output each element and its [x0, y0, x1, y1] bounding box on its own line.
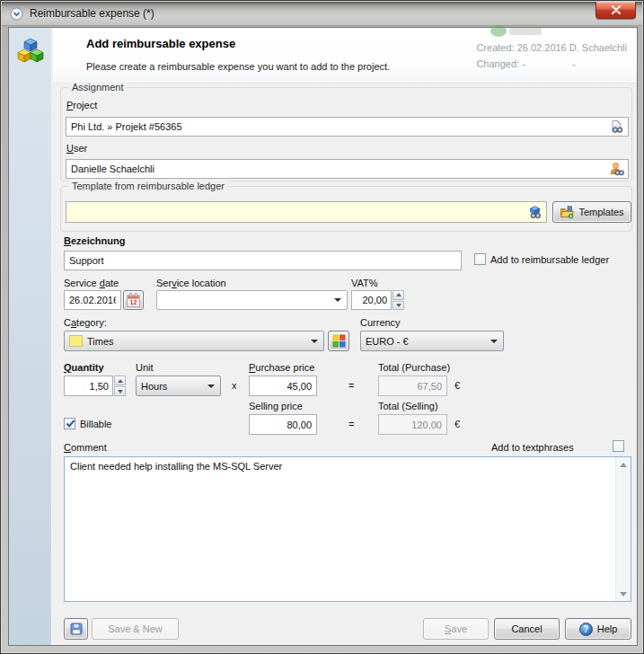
arrow-down-icon — [118, 390, 123, 393]
equals-sign: = — [348, 380, 354, 391]
vat-increment-button[interactable] — [393, 290, 404, 300]
comment-label: Comment — [64, 442, 107, 453]
cubes-icon — [16, 37, 45, 69]
dialog-system-icon[interactable] — [10, 7, 23, 21]
close-button[interactable] — [595, 2, 636, 19]
template-search-icon[interactable] — [527, 205, 543, 219]
checkmark-icon — [65, 418, 76, 429]
chevron-circle-icon — [10, 7, 23, 21]
sidebar-strip — [9, 28, 52, 645]
selling-price-input[interactable] — [249, 414, 317, 435]
calendar-icon: 12 — [125, 292, 142, 309]
created-row: Created: 26.02.2016 D. Schaelchli — [476, 40, 627, 56]
help-button[interactable]: ? Help — [565, 618, 631, 640]
project-label: Project — [66, 100, 97, 110]
comment-field[interactable]: Client needed help installing the MS-SQL… — [64, 456, 631, 602]
vat-decrement-button[interactable] — [393, 301, 404, 311]
user-label: User — [66, 143, 87, 154]
project-input[interactable] — [66, 121, 609, 132]
arrow-down-icon — [620, 592, 627, 597]
window-title: Reimbursable expense (*) — [30, 7, 154, 20]
cancel-button[interactable]: Cancel — [494, 618, 560, 640]
quantity-increment-button[interactable] — [114, 376, 126, 385]
currency-combobox[interactable]: EURO - € — [360, 331, 504, 351]
save-and-new-button[interactable]: Save & New — [92, 618, 179, 640]
scroll-down-button[interactable] — [616, 587, 631, 601]
total-selling-value: 120,00 — [378, 414, 447, 435]
selling-price-label: Selling price — [249, 401, 303, 411]
vat-label: VAT% — [351, 278, 378, 288]
unit-combobox[interactable]: Hours — [136, 376, 221, 396]
svg-text:12: 12 — [130, 299, 137, 306]
currency-label: Currency — [360, 317, 401, 328]
comment-scrollbar[interactable] — [615, 457, 631, 601]
page-subtitle: Please create a reimbursable expense you… — [86, 61, 390, 72]
save-icon-button[interactable] — [64, 618, 88, 640]
user-search-icon[interactable] — [609, 162, 625, 176]
add-to-ledger-label: Add to reimbursable ledger — [490, 254, 609, 265]
help-icon: ? — [579, 623, 593, 636]
save-button[interactable]: Save — [423, 618, 489, 640]
category-value: Times — [87, 336, 114, 347]
template-legend: Template from reimbursable ledger — [68, 181, 228, 191]
template-field[interactable] — [66, 201, 547, 223]
user-input[interactable] — [66, 164, 609, 174]
billable-label: Billable — [80, 419, 111, 429]
comment-textarea[interactable]: Client needed help installing the MS-SQL… — [65, 457, 615, 601]
add-to-textphrases-label: Add to textphrases — [491, 442, 574, 453]
purchase-price-label: Purchase price — [249, 362, 314, 373]
scroll-up-button[interactable] — [616, 457, 631, 472]
service-date-label: Service date — [64, 278, 119, 288]
background-artifact — [490, 25, 544, 38]
template-group: Template from reimbursable ledger — [60, 186, 632, 232]
assignment-group: Assignment Project User — [60, 87, 632, 181]
purchase-price-input[interactable] — [249, 376, 317, 396]
service-date-input[interactable] — [64, 290, 121, 310]
total-purchase-value: 67,50 — [378, 376, 447, 396]
floppy-disk-icon — [69, 622, 84, 636]
chevron-down-icon — [311, 340, 318, 343]
calendar-button[interactable]: 12 — [123, 290, 144, 310]
arrow-up-icon — [620, 463, 627, 467]
service-location-combobox[interactable] — [156, 290, 348, 310]
bezeichnung-label: Bezeichnung — [64, 235, 125, 246]
billable-checkbox[interactable] — [64, 418, 75, 429]
audit-info: Created: 26.02.2016 D. Schaelchli Change… — [476, 40, 627, 72]
titlebar[interactable]: Reimbursable expense (*) — [2, 2, 642, 26]
user-field[interactable] — [66, 159, 629, 179]
arrow-up-icon — [396, 293, 401, 296]
quantity-decrement-button[interactable] — [114, 386, 126, 396]
chevron-down-icon — [334, 298, 341, 302]
vat-spinner[interactable] — [351, 290, 404, 310]
multiply-sign: x — [232, 380, 237, 391]
quantity-label: Quantity — [64, 362, 104, 373]
quantity-spinner[interactable] — [64, 376, 126, 396]
euro-sign: € — [454, 380, 460, 391]
arrow-up-icon — [118, 379, 123, 383]
dialog-window: Reimbursable expense (*) — [0, 0, 644, 654]
category-color-swatch — [69, 335, 83, 347]
color-grid-icon — [332, 334, 346, 348]
chevron-down-icon — [207, 384, 215, 388]
arrow-down-icon — [396, 304, 401, 307]
project-field[interactable] — [66, 117, 629, 137]
templates-button[interactable]: Templates — [552, 201, 631, 223]
dialog-header: Add reimbursable expense Please create a… — [53, 28, 637, 84]
chevron-down-icon — [490, 340, 498, 343]
add-to-ledger-checkbox[interactable] — [474, 253, 486, 265]
bezeichnung-input[interactable] — [64, 251, 462, 270]
category-color-button[interactable] — [328, 331, 349, 351]
total-selling-label: Total (Selling) — [378, 401, 438, 411]
quantity-input[interactable] — [64, 376, 113, 396]
templates-folder-icon — [560, 205, 574, 219]
close-icon — [611, 5, 622, 14]
service-location-label: Service location — [156, 278, 226, 288]
total-purchase-label: Total (Purchase) — [378, 362, 450, 373]
project-search-icon[interactable] — [609, 119, 625, 134]
add-to-textphrases-checkbox[interactable] — [613, 440, 624, 452]
currency-value: EURO - € — [366, 336, 409, 347]
vat-input[interactable] — [351, 290, 392, 310]
dialog-client-area: Add reimbursable expense Please create a… — [8, 27, 638, 646]
template-input[interactable] — [66, 207, 527, 217]
category-combobox[interactable]: Times — [64, 331, 324, 351]
